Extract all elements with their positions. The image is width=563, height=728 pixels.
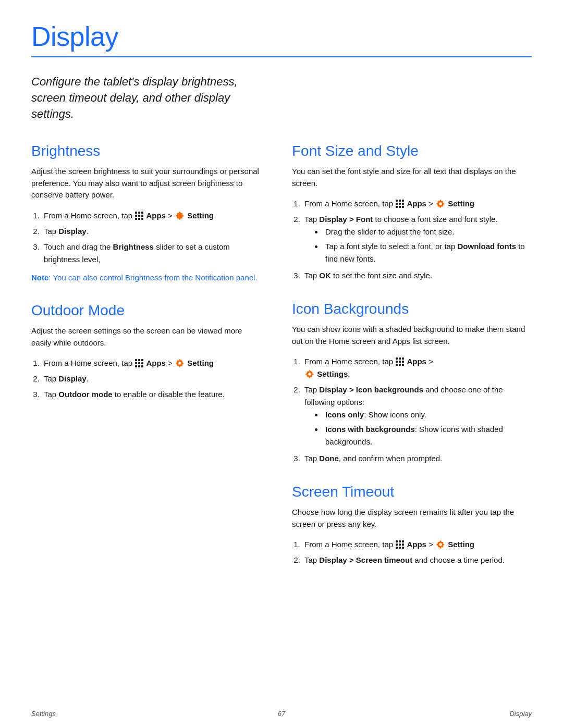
left-column: Brightness Adjust the screen brightness …: [31, 143, 261, 585]
outdoor-step-2: Tap Display.: [42, 373, 261, 385]
settings-gear-icon-3: [436, 199, 445, 208]
screen-timeout-section: Screen Timeout Choose how long the displ…: [292, 484, 532, 566]
settings-gear-icon-5: [436, 540, 445, 549]
icon-backgrounds-body: You can show icons with a shaded backgro…: [292, 324, 532, 347]
font-size-body: You can set the font style and size for …: [292, 166, 532, 189]
font-step-2-bullets: Drag the slider to adjust the font size.…: [323, 226, 532, 265]
brightness-steps: From a Home screen, tap Apps > Setting: [42, 209, 261, 266]
brightness-step-3: Touch and drag the Brightness slider to …: [42, 241, 261, 266]
icon-bullet-2: Icons with backgrounds: Show icons with …: [323, 423, 532, 448]
font-bullet-1: Drag the slider to adjust the font size.: [323, 226, 532, 238]
note-label: Note: [31, 273, 48, 282]
intro-text: Configure the tablet's display brightnes…: [31, 74, 261, 122]
outdoor-step-3: Tap Outdoor mode to enable or disable th…: [42, 388, 261, 401]
font-step-2: Tap Display > Font to choose a font size…: [302, 213, 532, 265]
two-column-layout: Brightness Adjust the screen brightness …: [31, 143, 532, 585]
outdoor-mode-title: Outdoor Mode: [31, 302, 261, 319]
apps-grid-icon-3: [396, 200, 404, 208]
page-number: 67: [278, 710, 285, 718]
screen-timeout-body: Choose how long the display screen remai…: [292, 507, 532, 530]
font-step-1: From a Home screen, tap Apps > Setting: [302, 198, 532, 210]
right-column: Font Size and Style You can set the font…: [292, 143, 532, 585]
timeout-step-1: From a Home screen, tap Apps > Setting: [302, 538, 532, 551]
brightness-step-1: From a Home screen, tap Apps > Setting: [42, 209, 261, 222]
page: Display Configure the tablet's display b…: [0, 0, 563, 616]
brightness-body: Adjust the screen brightness to suit you…: [31, 166, 261, 201]
icon-step-1: From a Home screen, tap Apps > Settings.: [302, 355, 532, 380]
icon-backgrounds-steps: From a Home screen, tap Apps > Settings.…: [302, 355, 532, 465]
icon-backgrounds-section: Icon Backgrounds You can show icons with…: [292, 301, 532, 465]
icon-step-2: Tap Display > Icon backgrounds and choos…: [302, 384, 532, 448]
apps-grid-icon-5: [396, 540, 404, 549]
icon-backgrounds-title: Icon Backgrounds: [292, 301, 532, 317]
apps-grid-icon: [135, 212, 143, 220]
outdoor-mode-steps: From a Home screen, tap Apps > Setting T…: [42, 357, 261, 401]
footer-left: Settings: [31, 710, 56, 718]
font-step-3: Tap OK to set the font size and style.: [302, 269, 532, 282]
apps-grid-icon-2: [135, 359, 143, 367]
outdoor-step-1: From a Home screen, tap Apps > Setting: [42, 357, 261, 369]
settings-gear-icon: [175, 211, 185, 220]
timeout-step-2: Tap Display > Screen timeout and choose …: [302, 554, 532, 566]
brightness-section: Brightness Adjust the screen brightness …: [31, 143, 261, 283]
settings-gear-icon-2: [175, 359, 185, 368]
settings-gear-icon-4: [305, 369, 314, 379]
outdoor-mode-body: Adjust the screen settings so the screen…: [31, 325, 261, 349]
font-size-title: Font Size and Style: [292, 143, 532, 159]
brightness-title: Brightness: [31, 143, 261, 159]
footer-right: Display: [509, 710, 532, 718]
outdoor-mode-section: Outdoor Mode Adjust the screen settings …: [31, 302, 261, 401]
font-size-steps: From a Home screen, tap Apps > Setting T…: [302, 198, 532, 282]
icon-bullet-1: Icons only: Show icons only.: [323, 409, 532, 421]
apps-grid-icon-4: [396, 357, 404, 366]
brightness-step-2: Tap Display.: [42, 225, 261, 238]
brightness-note: Note: You can also control Brightness fr…: [31, 272, 261, 284]
font-size-section: Font Size and Style You can set the font…: [292, 143, 532, 282]
font-bullet-2: Tap a font style to select a font, or ta…: [323, 240, 532, 265]
page-title: Display: [31, 21, 532, 52]
icon-step-2-bullets: Icons only: Show icons only. Icons with …: [323, 409, 532, 448]
footer-center: 67: [278, 710, 285, 718]
title-rule: [31, 56, 532, 57]
screen-timeout-steps: From a Home screen, tap Apps > Setting T…: [302, 538, 532, 566]
icon-step-3: Tap Done, and confirm when prompted.: [302, 452, 532, 465]
screen-timeout-title: Screen Timeout: [292, 484, 532, 500]
note-text: : You can also control Brightness from t…: [48, 273, 257, 282]
